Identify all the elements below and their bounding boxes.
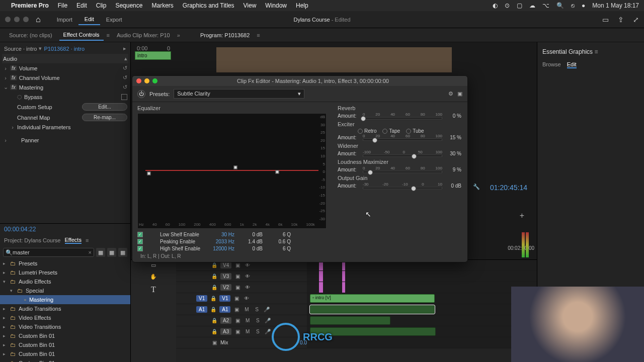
eq-enable-checkbox[interactable]: ✓: [137, 246, 143, 251]
toggle-icon[interactable]: ▣: [233, 274, 242, 279]
effects-tree-item[interactable]: ▸🗀Custom Bin 01: [0, 331, 130, 340]
app-name[interactable]: Premiere Pro: [11, 2, 49, 9]
fullscreen-icon[interactable]: ⤢: [633, 16, 639, 24]
user-icon[interactable]: ●: [582, 2, 585, 9]
bypass-toggle-icon[interactable]: ◌: [17, 94, 22, 100]
lock-icon[interactable]: 🔒: [210, 262, 218, 268]
status-icon[interactable]: ◐: [493, 2, 498, 9]
toggle-icon[interactable]: ▣: [232, 307, 240, 312]
lock-icon[interactable]: 🔒: [210, 329, 218, 334]
share-icon[interactable]: ⇪: [618, 16, 624, 24]
program-timecode[interactable]: 01:20:45:14: [490, 184, 527, 192]
toggle-icon[interactable]: ▣: [233, 318, 242, 323]
clear-icon[interactable]: ×: [89, 249, 92, 255]
tab-program[interactable]: Program: P1013682: [196, 30, 254, 40]
eye-icon[interactable]: 👁: [244, 262, 252, 268]
slider-thumb[interactable]: [368, 170, 373, 175]
effects-tree-item[interactable]: ▾🗀Audio Effects: [0, 277, 130, 286]
edit-button[interactable]: Edit...: [82, 103, 127, 111]
menu-clip[interactable]: Clip: [96, 2, 107, 9]
effect-channel-volume[interactable]: Channel Volume: [19, 75, 121, 81]
slider-thumb[interactable]: [411, 186, 416, 191]
filter-icon[interactable]: ▦: [118, 248, 127, 257]
toggle-icon[interactable]: ▣: [233, 262, 242, 268]
window-controls[interactable]: [5, 17, 29, 22]
zoom-icon[interactable]: [152, 78, 157, 83]
mic-icon[interactable]: 🎤: [263, 307, 271, 312]
mode-edit[interactable]: Edit: [78, 14, 100, 25]
minimize-icon[interactable]: [144, 78, 149, 83]
effects-tree-item[interactable]: ▸🗀Custom Bin 01: [0, 340, 130, 349]
type-tool-icon[interactable]: T: [151, 285, 156, 294]
menu-view[interactable]: View: [244, 2, 257, 9]
panel-menu-icon[interactable]: ≡: [86, 237, 89, 243]
video-clip[interactable]: ▫ intro [V]: [310, 294, 435, 303]
source-link[interactable]: P1013682 · intro: [44, 46, 85, 52]
video-clip[interactable]: [342, 271, 345, 282]
effects-tree-item[interactable]: ▸🗀Audio Transitions: [0, 304, 130, 313]
panel-menu-icon[interactable]: ≡: [257, 32, 260, 38]
param-individual[interactable]: Individual Parameters: [17, 124, 127, 130]
effects-tree-item[interactable]: ▸🗀Custom Bin 01: [0, 349, 130, 358]
add-marker-icon[interactable]: +: [520, 211, 524, 220]
effects-tree-item[interactable]: ▸🗀Lumetri Presets: [0, 268, 130, 277]
equalizer-graph[interactable]: dB302520151050-5-10-15-20-25-30 Hz406010…: [137, 113, 327, 229]
effects-search-input[interactable]: 🔍 master ×: [3, 248, 94, 257]
lock-icon[interactable]: 🔒: [210, 285, 218, 290]
ec-timeline-clip[interactable]: intro: [135, 51, 171, 60]
slider-track[interactable]: [363, 155, 442, 157]
tab-source[interactable]: Source: (no clips): [5, 30, 56, 40]
effects-tree-item[interactable]: ▸🗀Presets: [0, 259, 130, 268]
eq-enable-checkbox[interactable]: ✓: [137, 232, 143, 237]
tab-effects[interactable]: Effects: [65, 237, 82, 244]
menu-file[interactable]: File: [58, 2, 67, 9]
settings-icon[interactable]: ⚙: [448, 90, 453, 97]
panel-menu-icon[interactable]: ≡: [107, 32, 110, 38]
hand-tool-icon[interactable]: ✋: [150, 274, 157, 280]
effects-tree-item[interactable]: ▸🗀Video Effects: [0, 313, 130, 322]
menu-edit[interactable]: Edit: [76, 2, 87, 9]
eq-enable-checkbox[interactable]: ✓: [137, 239, 143, 244]
lock-icon[interactable]: 🔒: [210, 274, 218, 279]
reset-icon[interactable]: ↺: [123, 65, 127, 71]
effect-panner[interactable]: Panner: [21, 137, 127, 143]
lock-icon[interactable]: 🔒: [209, 307, 217, 312]
mic-icon[interactable]: 🎤: [264, 329, 272, 334]
eye-icon[interactable]: 👁: [244, 285, 252, 290]
reset-icon[interactable]: ↺: [123, 74, 127, 81]
lock-icon[interactable]: 🔒: [209, 296, 217, 301]
slider-track[interactable]: [363, 171, 442, 173]
effects-tree-item[interactable]: ▸🗀Video Transitions: [0, 322, 130, 331]
wifi-icon[interactable]: ⌥: [542, 2, 549, 9]
dropdown-icon[interactable]: ▾: [39, 45, 42, 52]
exciter-radio[interactable]: Tube: [406, 128, 424, 134]
video-clip[interactable]: [319, 282, 323, 293]
close-icon[interactable]: [136, 78, 141, 83]
menu-graphics[interactable]: Graphics and Titles: [183, 2, 234, 9]
slider-track[interactable]: [363, 187, 442, 189]
workspace-icon[interactable]: ▭: [602, 16, 609, 24]
mode-export[interactable]: Export: [100, 15, 128, 25]
selection-tool-icon[interactable]: ▭: [151, 262, 156, 268]
clock[interactable]: Mon 1 May 18:17: [592, 2, 639, 9]
lock-icon[interactable]: 🔒: [210, 318, 218, 323]
tab-audio-mixer[interactable]: Audio Clip Mixer: P10: [113, 30, 174, 40]
reset-icon[interactable]: ↺: [123, 84, 127, 90]
audio-clip[interactable]: [310, 305, 435, 314]
mic-icon[interactable]: 🎤: [264, 318, 272, 323]
fx-badge[interactable]: fx: [10, 65, 17, 71]
effects-tree-item[interactable]: ▫Mastering: [0, 295, 130, 304]
menu-markers[interactable]: Markers: [151, 2, 173, 9]
effects-tree-item[interactable]: ▾🗀Special: [0, 286, 130, 295]
exciter-radio[interactable]: Tape: [382, 128, 400, 134]
tab-edit[interactable]: Edit: [567, 61, 577, 68]
timecode[interactable]: 00:00:04:22: [0, 224, 130, 235]
scroll-up-icon[interactable]: ▴: [124, 55, 127, 62]
slider-thumb[interactable]: [372, 138, 377, 143]
audio-clip[interactable]: [310, 316, 390, 325]
play-icon[interactable]: ▸: [123, 45, 126, 52]
tab-project[interactable]: Project: Dylans Course: [4, 237, 61, 243]
eq-point-mid[interactable]: [234, 166, 237, 169]
overflow-icon[interactable]: »: [177, 32, 180, 38]
preset-select[interactable]: Subtle Clarity▾: [174, 89, 304, 99]
